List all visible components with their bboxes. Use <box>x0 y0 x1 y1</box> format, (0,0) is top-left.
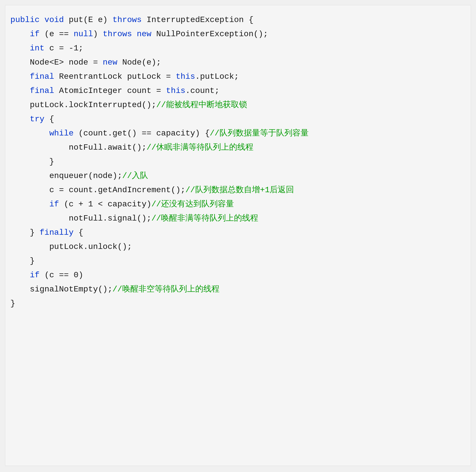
code-line: notFull.signal();//唤醒非满等待队列上的线程 <box>10 211 466 226</box>
code-line: putLock.unlock(); <box>10 240 466 254</box>
code-token <box>132 29 137 39</box>
keyword-token: while <box>49 129 74 138</box>
code-block: public void put(E e) throws InterruptedE… <box>5 5 471 466</box>
keyword-token: int <box>30 44 45 53</box>
code-token: ) <box>93 29 103 39</box>
code-token: ReentrantLock putLock = <box>54 72 176 81</box>
code-token: notFull.signal(); <box>69 214 151 223</box>
keyword-token: this <box>166 86 186 95</box>
code-token: NullPointerException(); <box>151 29 268 39</box>
code-line: while (count.get() == capacity) {//队列数据量… <box>10 126 466 141</box>
code-token: (c == 0) <box>39 270 83 280</box>
code-line: public void put(E e) throws InterruptedE… <box>10 13 466 27</box>
code-line: } <box>10 297 466 311</box>
keyword-token: this <box>176 72 195 81</box>
code-token: AtomicInteger count = <box>54 86 166 95</box>
code-token: InterruptedException { <box>142 15 253 25</box>
code-line: int c = -1; <box>10 41 466 55</box>
keyword-token: throws <box>112 15 142 25</box>
comment-token: //队列数据总数自增+1后返回 <box>185 185 294 195</box>
keyword-token: if <box>30 270 39 280</box>
comment-token: //能被线程中断地获取锁 <box>156 100 247 110</box>
code-line: if (e == null) throws new NullPointerExc… <box>10 27 466 41</box>
code-line: if (c == 0) <box>10 268 466 282</box>
keyword-token: final <box>30 86 54 95</box>
code-token: c = -1; <box>44 44 83 53</box>
code-line: final AtomicInteger count = this.count; <box>10 84 466 98</box>
code-token: (count.get() == capacity) { <box>74 129 210 138</box>
code-token: } <box>49 157 54 166</box>
comment-token: //入队 <box>122 171 148 181</box>
code-line: c = count.getAndIncrement();//队列数据总数自增+1… <box>10 183 466 197</box>
code-token: { <box>44 114 54 124</box>
code-line: Node<E> node = new Node(e); <box>10 55 466 70</box>
code-token <box>39 15 44 25</box>
code-line: try { <box>10 112 466 126</box>
code-line: if (c + 1 < capacity)//还没有达到队列容量 <box>10 197 466 211</box>
code-token: } <box>30 256 35 266</box>
code-token: Node<E> node = <box>30 58 103 67</box>
comment-token: //唤醒非空等待队列上的线程 <box>112 285 219 294</box>
keyword-token: public <box>10 15 39 25</box>
code-token: putLock.unlock(); <box>49 242 132 251</box>
code-token: .count; <box>185 86 219 95</box>
code-token: put(E e) <box>64 15 112 25</box>
code-token: signalNotEmpty(); <box>30 285 112 294</box>
comment-token: //休眠非满等待队列上的线程 <box>147 143 253 152</box>
keyword-token: throws <box>103 29 132 39</box>
code-token: { <box>74 228 83 237</box>
code-token: putLock.lockInterrupted(); <box>10 100 156 110</box>
code-line: } <box>10 155 466 169</box>
code-token: .putLock; <box>195 72 239 81</box>
code-token: } <box>10 299 15 308</box>
code-line: } finally { <box>10 226 466 240</box>
keyword-token: void <box>44 15 64 25</box>
code-line: final ReentrantLock putLock = this.putLo… <box>10 70 466 84</box>
code-token: (c + 1 < capacity) <box>59 200 151 209</box>
keyword-token: finally <box>39 228 73 237</box>
code-line: } <box>10 254 466 268</box>
keyword-token: final <box>30 72 54 81</box>
code-line: enqueuer(node);//入队 <box>10 169 466 183</box>
code-line: signalNotEmpty();//唤醒非空等待队列上的线程 <box>10 282 466 297</box>
keyword-token: if <box>30 29 39 39</box>
code-token: (e == <box>39 29 73 39</box>
code-content: public void put(E e) throws InterruptedE… <box>10 13 466 311</box>
code-token: notFull.await(); <box>69 143 146 152</box>
comment-token: //队列数据量等于队列容量 <box>210 129 308 138</box>
comment-token: //唤醒非满等待队列上的线程 <box>151 214 258 223</box>
code-line: notFull.await();//休眠非满等待队列上的线程 <box>10 141 466 155</box>
keyword-token: new <box>137 29 151 39</box>
code-line: putLock.lockInterrupted();//能被线程中断地获取锁 <box>10 98 466 112</box>
keyword-token: try <box>30 114 45 124</box>
comment-token: //还没有达到队列容量 <box>151 200 234 209</box>
code-token: Node(e); <box>117 58 161 67</box>
code-token: c = count.getAndIncrement(); <box>49 185 186 195</box>
keyword-token: new <box>103 58 117 67</box>
keyword-token: null <box>74 29 93 39</box>
keyword-token: if <box>49 200 59 209</box>
code-token: } <box>30 228 39 237</box>
code-token: enqueuer(node); <box>49 171 122 181</box>
